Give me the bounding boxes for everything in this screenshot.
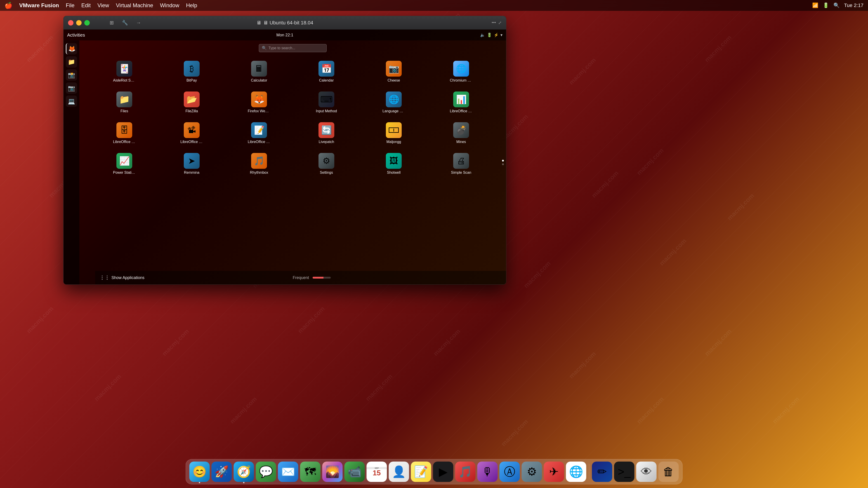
- app-item-libreoffice-calc[interactable]: 📊 LibreOffice Calc: [430, 89, 493, 116]
- page-dot-1: [502, 160, 504, 162]
- app-name: FileZilla: [185, 109, 198, 113]
- ubuntu-menu-icon[interactable]: ▾: [500, 33, 502, 37]
- dock-item-sketchbook[interactable]: ✏: [592, 462, 612, 482]
- dock-item-notes[interactable]: 📝: [411, 462, 431, 482]
- dock-item-appstore[interactable]: Ⓐ: [500, 462, 520, 482]
- show-applications-button[interactable]: ⋮⋮ Show Applications: [100, 275, 145, 281]
- sidebar-icon-photos[interactable]: 📸: [66, 69, 77, 80]
- dock-item-calendar[interactable]: SEP 15: [367, 462, 387, 482]
- search-bar[interactable]: 🔍 Type to search...: [259, 44, 327, 52]
- menu-item-virtual-machine[interactable]: Virtual Machine: [116, 2, 153, 8]
- minimize-button[interactable]: [76, 20, 82, 26]
- sidebar-icon-camera[interactable]: 📷: [66, 83, 77, 94]
- app-item-maljongg[interactable]: 🀱 Maljongg: [362, 120, 425, 146]
- app-item-mines[interactable]: 💣 Mines: [430, 120, 493, 146]
- app-name: LibreOffice D...: [113, 140, 135, 144]
- app-item-aisleriot-solit...[interactable]: 🃏 AisleRiot Solit...: [93, 59, 156, 85]
- app-icon: 🖩: [251, 61, 267, 76]
- app-item-language-sup...[interactable]: 🌐 Language Sup...: [362, 89, 425, 116]
- app-icon: 🌐: [386, 92, 402, 107]
- menu-item-edit[interactable]: Edit: [81, 2, 91, 8]
- menu-item-vmware[interactable]: VMware Fusion: [19, 2, 59, 8]
- grid-icon: ⋮⋮: [100, 275, 110, 281]
- app-icon: 🃏: [116, 61, 132, 76]
- watermark-text: macmj.com: [567, 350, 597, 380]
- sidebar-icon-terminal[interactable]: 💻: [66, 96, 77, 107]
- battery-icon: 🔋: [823, 2, 829, 8]
- app-item-filezilla[interactable]: 📂 FileZilla: [160, 89, 223, 116]
- dock-item-mail[interactable]: ✉️: [278, 462, 298, 482]
- app-item-cheese[interactable]: 📷 Cheese: [362, 59, 425, 85]
- app-item-rhythmbox[interactable]: 🎵 Rhythmbox: [228, 151, 290, 177]
- app-item-libreoffice-im...[interactable]: 📽 LibreOffice Im...: [160, 120, 223, 146]
- dock-item-finder[interactable]: 😊: [189, 462, 210, 482]
- close-button[interactable]: [68, 20, 73, 26]
- menu-item-window[interactable]: Window: [160, 2, 179, 8]
- dock-item-facetime[interactable]: 📹: [344, 462, 365, 482]
- dock-item-music[interactable]: 🎵: [455, 462, 475, 482]
- app-icon: ⌨: [318, 92, 334, 107]
- app-item-input-method[interactable]: ⌨ Input Method: [295, 89, 358, 116]
- app-icon: 🖨: [453, 153, 469, 169]
- dock-item-preview[interactable]: 👁: [636, 462, 657, 482]
- vm-window-title: 🖥 🖥 Ubuntu 64-bit 18.04: [256, 20, 313, 26]
- vm-snapshot-icon[interactable]: ⊞: [108, 19, 116, 27]
- menu-item-view[interactable]: View: [97, 2, 109, 8]
- vm-title-icon: 🖥: [256, 20, 261, 26]
- maximize-button[interactable]: [84, 20, 90, 26]
- app-name: LibreOffice Calc: [450, 109, 472, 113]
- app-item-calculator[interactable]: 🖩 Calculator: [228, 59, 290, 85]
- app-name: LibreOffice W...: [248, 140, 270, 144]
- app-item-libreoffice-d...[interactable]: 🗄 LibreOffice D...: [93, 120, 156, 146]
- dock-item-terminal[interactable]: >_: [614, 462, 634, 482]
- app-item-firefox-web-b...[interactable]: 🦊 Firefox Web B...: [228, 89, 290, 116]
- dock-item-safari[interactable]: 🧭: [234, 462, 254, 482]
- app-item-livepatch[interactable]: 🔄 Livepatch: [295, 120, 358, 146]
- app-icon: 🦊: [251, 92, 267, 107]
- search-icon[interactable]: 🔍: [833, 2, 839, 8]
- vm-fullscreen-icon[interactable]: ⤢: [498, 20, 502, 25]
- watermark-text: macmj.com: [590, 169, 620, 199]
- vm-forward-icon[interactable]: →: [134, 19, 143, 27]
- dock-item-systempreferences[interactable]: ⚙: [522, 462, 542, 482]
- dock-item-appletv[interactable]: ▶: [433, 462, 454, 482]
- dock-item-messages[interactable]: 💬: [256, 462, 276, 482]
- ubuntu-power-icon: ⚡: [494, 33, 499, 37]
- app-item-settings[interactable]: ⚙ Settings: [295, 151, 358, 177]
- app-name: Rhythmbox: [250, 170, 268, 175]
- dock-item-launchpad[interactable]: 🚀: [212, 462, 232, 482]
- ubuntu-bottom-bar: ⋮⋮ Show Applications Frequent: [95, 271, 506, 285]
- dock-item-maps[interactable]: 🗺: [300, 462, 320, 482]
- app-item-power-statis...[interactable]: 📈 Power Statis...: [93, 151, 156, 177]
- vm-title-bar: ⊞ 🔧 → 🖥 🖥 Ubuntu 64-bit 18.04 ••• ⤢: [64, 16, 506, 30]
- dock-item-trash[interactable]: 🗑: [658, 462, 679, 482]
- bottom-slider[interactable]: [313, 277, 331, 279]
- menu-item-help[interactable]: Help: [186, 2, 197, 8]
- ubuntu-topbar: Activities Mon 22:1 🔈 🔋 ⚡ ▾: [64, 30, 506, 40]
- dock-separator: [589, 464, 589, 480]
- app-name: Power Statis...: [113, 170, 135, 175]
- apple-menu-icon[interactable]: 🍎: [4, 2, 12, 9]
- app-item-remmina[interactable]: ➤ Remmina: [160, 151, 223, 177]
- app-item-shotwell[interactable]: 🖼 Shotwell: [362, 151, 425, 177]
- app-item-files[interactable]: 📁 Files: [93, 89, 156, 116]
- sidebar-icon-files[interactable]: 📁: [66, 56, 77, 68]
- dock-item-contacts[interactable]: 👤: [389, 462, 409, 482]
- vm-dots-icon[interactable]: •••: [492, 20, 496, 25]
- app-item-simple-scan[interactable]: 🖨 Simple Scan: [430, 151, 493, 177]
- dock-item-chrome[interactable]: 🌐: [566, 462, 586, 482]
- dock-item-photos[interactable]: 🌄: [322, 462, 343, 482]
- app-name: Livepatch: [319, 140, 334, 144]
- dock-item-podcasts[interactable]: 🎙: [477, 462, 498, 482]
- dock-item-airmail[interactable]: ✈: [544, 462, 564, 482]
- menu-item-file[interactable]: File: [66, 2, 74, 8]
- app-item-chromium-we...[interactable]: 🌐 Chromium We...: [430, 59, 493, 85]
- vm-back-icon[interactable]: 🔧: [120, 19, 130, 27]
- app-item-libreoffice-w...[interactable]: 📝 LibreOffice W...: [228, 120, 290, 146]
- app-item-calendar[interactable]: 📅 Calendar: [295, 59, 358, 85]
- traffic-lights: [68, 20, 90, 26]
- sidebar-icon-firefox[interactable]: 🦊: [66, 43, 77, 55]
- app-item-bitpay[interactable]: ₿ BitPay: [160, 59, 223, 85]
- app-icon: 🔄: [318, 122, 334, 138]
- ubuntu-activities-button[interactable]: Activities: [67, 33, 85, 38]
